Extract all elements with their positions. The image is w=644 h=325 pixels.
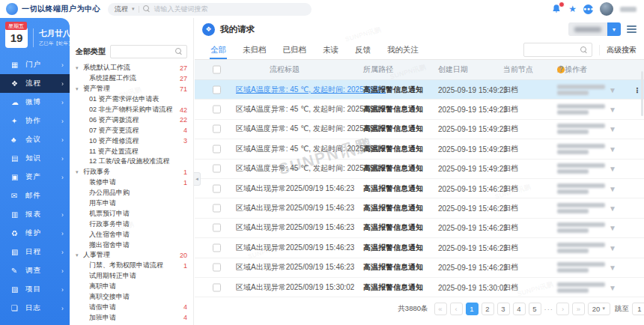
tree-item[interactable]: 机票预订申请 xyxy=(70,208,193,219)
row-checkbox[interactable] xyxy=(213,165,221,173)
tree-item[interactable]: 离职申请 xyxy=(70,282,193,292)
help-icon[interactable]: ? xyxy=(557,66,565,73)
chevron-down-icon[interactable]: ▼ xyxy=(609,125,616,133)
table-row[interactable]: 区域A出现异常2025/09/19 15:46:23高温报警信息通知2025-0… xyxy=(195,219,644,238)
sidebar-item-journal[interactable]: ❏日志› xyxy=(0,299,70,318)
sidebar-item-portal[interactable]: ▦门户› xyxy=(0,55,70,74)
favorite-star-button[interactable]: ★ xyxy=(568,4,577,13)
list-view-toggle-icon[interactable] xyxy=(627,25,637,33)
sidebar-item-schedule[interactable]: ▧日程› xyxy=(0,243,70,261)
chevron-down-icon[interactable]: ▼ xyxy=(609,106,616,114)
row-checkbox[interactable] xyxy=(213,125,221,133)
tree-item[interactable]: 试用期转正申请 xyxy=(70,271,193,282)
scrollbar[interactable] xyxy=(641,71,643,116)
tree-item[interactable]: 01 资产需求评估申请表 xyxy=(70,94,193,105)
sidebar-item-project[interactable]: ▨项目› xyxy=(0,280,70,299)
row-checkbox[interactable] xyxy=(213,145,221,153)
row-checkbox[interactable] xyxy=(213,224,221,232)
chevron-down-icon[interactable]: ▼ xyxy=(609,165,616,173)
tree-item[interactable]: 12 工装/设备/设施校准流程 xyxy=(70,157,193,167)
row-checkbox[interactable] xyxy=(213,106,221,114)
sidebar-item-meeting[interactable]: ♣会议› xyxy=(0,130,70,149)
sidebar-item-mail[interactable]: ✉邮件 xyxy=(0,186,70,205)
table-row[interactable]: 区域A出现异常2025/09/19 15:30:02高温报警信息通知2025-0… xyxy=(195,278,644,297)
sidebar-item-reports[interactable]: ▥报表› xyxy=(0,205,70,224)
tree-item[interactable]: 07 资产变更流程4 xyxy=(70,125,193,136)
tab-feedback[interactable]: 反馈 xyxy=(347,40,379,59)
tab-all[interactable]: 全部 xyxy=(202,40,234,59)
row-checkbox[interactable] xyxy=(213,85,221,94)
chevron-down-icon[interactable]: ▼ xyxy=(609,85,616,94)
table-row[interactable]: 区域A出现异常2025/09/19 15:46:23高温报警信息通知2025-0… xyxy=(195,258,644,278)
tree-item[interactable]: 办公用品申购 xyxy=(70,188,193,198)
sidebar-item-collaboration[interactable]: ✦协作› xyxy=(0,112,70,130)
page-size-select[interactable]: 20▼ xyxy=(588,303,610,315)
new-request-split-button[interactable]: ▼ xyxy=(568,22,621,36)
sidebar-item-assets[interactable]: ▣资产› xyxy=(0,168,70,186)
tree-item[interactable]: 入住宿舍申请 xyxy=(70,229,193,240)
tree-group[interactable]: ▾行政事务1 xyxy=(70,167,193,177)
tab-unread[interactable]: 未读 xyxy=(315,40,347,59)
chevron-down-icon[interactable]: ▼ xyxy=(609,184,616,192)
prev-page-button[interactable]: ‹ xyxy=(450,303,463,315)
tree-item[interactable]: 06 资产调拨流程22 xyxy=(70,115,193,125)
chevron-down-icon[interactable]: ▼ xyxy=(609,283,616,291)
tree-search-input[interactable] xyxy=(110,45,187,58)
row-checkbox[interactable] xyxy=(213,184,221,192)
sidebar-item-weibo[interactable]: ☁微博› xyxy=(0,93,70,112)
chevron-down-icon[interactable]: ▼ xyxy=(609,145,616,153)
table-row[interactable]: 区域A温度异常: 45 ℃, 发起时间: 2025/09/19 15:49:23… xyxy=(195,160,644,179)
table-row[interactable]: 区域A温度异常: 45 ℃, 发起时间: 2025/09/19 15:49:23… xyxy=(195,80,644,100)
chevron-down-icon[interactable]: ▼ xyxy=(609,204,616,213)
advanced-search-link[interactable]: 高级搜索 xyxy=(599,45,637,55)
chevron-down-icon[interactable]: ▼ xyxy=(607,22,621,36)
page-button-2[interactable]: 2 xyxy=(482,303,494,315)
jump-to-input[interactable]: 1 xyxy=(632,303,644,315)
select-all-checkbox[interactable] xyxy=(213,66,221,74)
sidebar-item-survey[interactable]: ✎调查› xyxy=(0,261,70,280)
tree-item[interactable]: 10 资产维修流程3 xyxy=(70,136,193,146)
tree-item[interactable]: 02 非生产物料采购申请流程42 xyxy=(70,105,193,115)
table-row[interactable]: 区域A出现异常2025/09/19 15:46:23高温报警信息通知2025-0… xyxy=(195,179,644,198)
tree-item[interactable]: 11 资产处置流程 xyxy=(70,146,193,157)
table-row[interactable]: 区域A出现异常2025/09/19 15:46:23高温报警信息通知2025-0… xyxy=(195,198,644,218)
tree-item[interactable]: 搬出宿舍申请 xyxy=(70,240,193,250)
next-page-button[interactable]: › xyxy=(556,303,569,315)
new-request-button-redacted[interactable] xyxy=(568,22,607,36)
panel-collapse-handle[interactable]: ◂ xyxy=(194,172,201,186)
tab-following[interactable]: 我的关注 xyxy=(379,40,427,59)
chevron-down-icon[interactable]: ▼ xyxy=(609,243,616,252)
sidebar-item-knowledge[interactable]: ▤知识› xyxy=(0,149,70,168)
row-checkbox[interactable] xyxy=(213,283,221,291)
global-search[interactable]: 流程 ▾ 请输入关键词搜索 xyxy=(108,3,312,16)
sidebar-item-workflow[interactable]: ❖流程› xyxy=(0,74,70,93)
sidebar-item-maintenance[interactable]: ♻维护› xyxy=(0,224,70,243)
first-page-button[interactable]: « xyxy=(434,303,447,315)
row-checkbox[interactable] xyxy=(213,204,221,213)
page-button-4[interactable]: 4 xyxy=(513,303,526,315)
tree-item[interactable]: 行政事务申请 xyxy=(70,219,193,229)
notification-bell-button[interactable] xyxy=(551,4,562,14)
last-page-button[interactable]: » xyxy=(572,303,585,315)
row-menu-icon[interactable]: ⋮ xyxy=(634,85,641,94)
table-row[interactable]: 区域A温度异常: 45 ℃, 发起时间: 2025/09/19 15:49:23… xyxy=(195,139,644,159)
page-button-5[interactable]: 5 xyxy=(529,303,541,315)
tree-item[interactable]: 装修申请1 xyxy=(70,177,193,188)
tree-group[interactable]: ▾系统默认工作流27 xyxy=(70,63,193,73)
search-category[interactable]: 流程 xyxy=(115,4,128,14)
table-row[interactable]: 区域A温度异常: 45 ℃, 发起时间: 2025/09/19 15:49:23… xyxy=(195,120,644,139)
table-search-input[interactable] xyxy=(523,43,592,57)
avatar[interactable] xyxy=(600,2,613,16)
chevron-down-icon[interactable]: ▼ xyxy=(609,224,616,232)
tree-item[interactable]: 加班申请4 xyxy=(70,312,193,323)
page-button-3[interactable]: 3 xyxy=(497,303,510,315)
tree-group[interactable]: ▾人事管理20 xyxy=(70,250,193,261)
tree-item[interactable]: 系统提醒工作流27 xyxy=(70,73,193,84)
row-checkbox[interactable] xyxy=(213,243,221,252)
tree-item[interactable]: 门禁、考勤权限申请流程1 xyxy=(70,261,193,271)
tab-archived[interactable]: 已归档 xyxy=(275,40,315,59)
chevron-down-icon[interactable]: ▼ xyxy=(609,264,616,272)
tree-item[interactable]: 用车申请 xyxy=(70,198,193,209)
table-row[interactable]: 区域A出现异常2025/09/19 15:46:23高温报警信息通知2025-0… xyxy=(195,238,644,258)
tree-item[interactable]: 离职交接申请 xyxy=(70,292,193,303)
